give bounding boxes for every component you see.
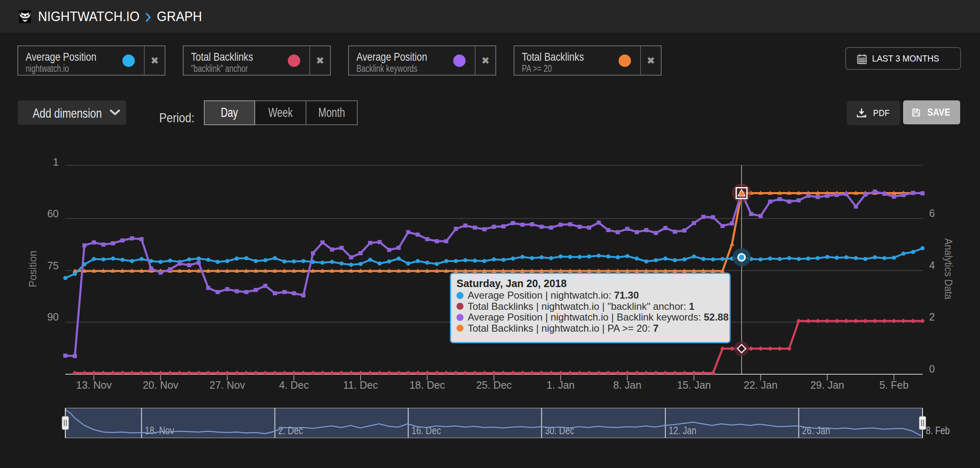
svg-text:22. Jan: 22. Jan bbox=[743, 379, 777, 391]
svg-text:2: 2 bbox=[929, 311, 935, 323]
svg-text:8. Feb: 8. Feb bbox=[926, 424, 950, 437]
svg-text:18. Dec: 18. Dec bbox=[409, 379, 445, 391]
svg-text:1: 1 bbox=[53, 156, 59, 168]
svg-text:27. Nov: 27. Nov bbox=[210, 379, 246, 391]
svg-text:4: 4 bbox=[929, 259, 935, 271]
svg-text:13. Nov: 13. Nov bbox=[76, 379, 112, 391]
svg-text:75: 75 bbox=[47, 260, 59, 271]
svg-text:Analytics Data: Analytics Data bbox=[943, 238, 954, 299]
svg-text:5. Feb: 5. Feb bbox=[879, 379, 908, 391]
svg-text:60: 60 bbox=[47, 208, 59, 219]
svg-text:90: 90 bbox=[47, 311, 59, 323]
svg-text:4. Dec: 4. Dec bbox=[279, 379, 309, 391]
svg-text:18. Nov: 18. Nov bbox=[145, 424, 174, 437]
svg-text:0: 0 bbox=[929, 363, 935, 375]
svg-text:15. Jan: 15. Jan bbox=[677, 379, 711, 391]
svg-text:30. Dec: 30. Dec bbox=[545, 424, 574, 437]
svg-text:6: 6 bbox=[929, 207, 935, 219]
svg-text:26. Jan: 26. Jan bbox=[802, 424, 830, 437]
svg-text:29. Jan: 29. Jan bbox=[810, 379, 844, 391]
svg-text:12. Jan: 12. Jan bbox=[669, 424, 696, 437]
svg-text:1. Jan: 1. Jan bbox=[547, 379, 575, 391]
svg-text:11. Dec: 11. Dec bbox=[343, 379, 378, 391]
svg-text:20. Nov: 20. Nov bbox=[143, 379, 179, 391]
svg-text:25. Dec: 25. Dec bbox=[476, 379, 512, 391]
svg-text:Position: Position bbox=[27, 251, 38, 287]
svg-text:8. Jan: 8. Jan bbox=[613, 379, 641, 391]
svg-text:2. Dec: 2. Dec bbox=[278, 424, 303, 437]
